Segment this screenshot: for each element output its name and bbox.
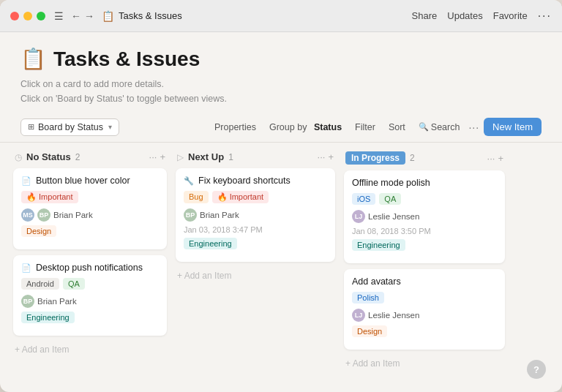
titlebar-title: Tasks & Issues: [119, 10, 412, 21]
assignee-name: Brian Park: [37, 297, 77, 306]
tag-important: 🔥 Important: [21, 191, 78, 203]
assignee-name: Leslie Jensen: [368, 311, 419, 320]
column-header-in-progress: In Progress 2 ··· +: [344, 151, 505, 165]
filter-button[interactable]: Filter: [351, 119, 380, 135]
column-add-icon[interactable]: +: [160, 151, 165, 162]
card-title: 📄 Desktop push notifications: [21, 263, 159, 273]
card-push-notifications[interactable]: 📄 Desktop push notifications Android QA …: [13, 255, 167, 336]
assignees: LJ Leslie Jensen: [352, 309, 497, 322]
card-button-hover[interactable]: 📄 Button blue hover color 🔥 Important MS…: [13, 168, 167, 249]
tag-android: Android: [21, 278, 59, 290]
next-up-icon: ▷: [177, 152, 184, 162]
card-date: Jan 03, 2018 3:47 PM: [184, 225, 327, 234]
card-offline-mode[interactable]: Offline mode polish iOS QA LJ Leslie Jen…: [344, 170, 505, 263]
card-tags: 🔥 Important: [21, 191, 159, 203]
view-selector-label: Board by Status: [38, 122, 103, 132]
close-button[interactable]: [10, 12, 19, 20]
card-title: Offline mode polish: [352, 178, 497, 188]
column-count: 2: [75, 152, 80, 162]
assignee-name: Brian Park: [53, 211, 93, 219]
favorite-button[interactable]: Favorite: [493, 10, 528, 21]
column-add-icon[interactable]: +: [328, 151, 334, 162]
card-title: 🔧 Fix keyboard shortcuts: [184, 176, 327, 186]
view-selector[interactable]: ⊞ Board by Status ▾: [20, 118, 119, 136]
column-in-progress: In Progress 2 ··· + Offline mode polish: [344, 151, 505, 372]
search-icon: 🔍: [419, 122, 429, 132]
share-button[interactable]: Share: [412, 10, 438, 21]
card-extra-tags: Engineering: [21, 312, 159, 323]
add-item-button[interactable]: + Add an Item: [13, 342, 167, 358]
add-item-button[interactable]: + Add an Item: [176, 268, 335, 284]
page-header: 📋 Tasks & Issues Click on a card to add …: [0, 32, 562, 112]
card-tags: iOS QA: [352, 193, 497, 205]
avatar-brian-park: BP: [184, 208, 197, 222]
card-doc-icon: 📄: [21, 263, 31, 273]
column-title: Next Up: [188, 151, 224, 162]
tag-important: 🔥 Important: [212, 191, 269, 203]
card-tags: Polish: [352, 292, 497, 304]
tag-design: Design: [21, 225, 56, 237]
board: ◷ No Status 2 ··· + 📄 Button blue hover …: [0, 143, 562, 380]
app-window: ☰ ← → 📋 Tasks & Issues Share Updates Fav…: [0, 0, 562, 392]
card-extra-tags: Design: [352, 325, 497, 337]
page-title: Tasks & Issues: [53, 48, 200, 71]
add-item-button[interactable]: + Add an Item: [344, 355, 505, 372]
toolbar: ⊞ Board by Status ▾ Properties Group by …: [0, 112, 562, 143]
card-add-avatars[interactable]: Add avatars Polish LJ Leslie Jensen Desi…: [344, 269, 505, 350]
card-keyboard-shortcuts[interactable]: 🔧 Fix keyboard shortcuts Bug 🔥 Important…: [176, 168, 335, 262]
updates-button[interactable]: Updates: [447, 10, 482, 21]
card-wrench-icon: 🔧: [184, 176, 194, 186]
column-count: 2: [410, 153, 415, 163]
no-status-icon: ◷: [15, 152, 22, 162]
column-more-icon[interactable]: ···: [487, 153, 495, 164]
column-more-icon[interactable]: ···: [318, 151, 326, 162]
column-title: In Progress: [345, 151, 405, 165]
assignees: MS BP Brian Park: [21, 208, 159, 222]
card-doc-icon: 📄: [21, 176, 31, 186]
nav-arrows: ← →: [71, 10, 94, 22]
toolbar-more-icon[interactable]: ···: [468, 121, 479, 133]
column-next-up: ▷ Next Up 1 ··· + 🔧 Fix keyboard shortcu…: [176, 151, 335, 284]
assignees: LJ Leslie Jensen: [352, 210, 497, 223]
tag-qa: QA: [63, 278, 85, 290]
avatar-leslie-jensen: LJ: [352, 210, 365, 223]
properties-button[interactable]: Properties: [210, 119, 261, 135]
tag-design: Design: [352, 325, 387, 337]
card-title: Add avatars: [352, 276, 497, 287]
view-selector-icon: ⊞: [28, 122, 34, 132]
avatar-brian-park: BP: [37, 208, 50, 222]
back-arrow-icon[interactable]: ←: [71, 10, 81, 22]
sort-button[interactable]: Sort: [384, 119, 410, 135]
avatar-mike-shafer: MS: [21, 208, 34, 222]
help-button[interactable]: ?: [527, 360, 546, 379]
menu-icon[interactable]: ☰: [54, 10, 64, 22]
group-by-button[interactable]: Group by Status: [265, 119, 346, 135]
card-tags: Bug 🔥 Important: [184, 191, 327, 203]
column-more-icon[interactable]: ···: [149, 151, 157, 162]
assignee-name: Leslie Jensen: [368, 212, 419, 221]
tag-qa: QA: [379, 193, 401, 205]
card-date: Jan 08, 2018 3:50 PM: [352, 227, 497, 235]
page-icon: 📋: [20, 47, 46, 71]
board-wrapper: ◷ No Status 2 ··· + 📄 Button blue hover …: [0, 143, 562, 392]
forward-arrow-icon[interactable]: →: [84, 10, 94, 22]
minimize-button[interactable]: [23, 12, 32, 20]
titlebar-actions: Share Updates Favorite ···: [412, 10, 552, 23]
column-add-icon[interactable]: +: [498, 153, 503, 164]
column-no-status: ◷ No Status 2 ··· + 📄 Button blue hover …: [13, 151, 167, 358]
card-tags: Android QA: [21, 278, 159, 290]
avatar-leslie-jensen: LJ: [352, 309, 365, 322]
assignee-name: Brian Park: [200, 211, 239, 219]
new-item-button[interactable]: New Item: [484, 118, 542, 136]
assignees: BP Brian Park: [21, 295, 159, 308]
search-button[interactable]: 🔍 Search: [414, 119, 465, 135]
titlebar: ☰ ← → 📋 Tasks & Issues Share Updates Fav…: [0, 0, 562, 32]
chevron-down-icon: ▾: [108, 123, 112, 131]
card-title: 📄 Button blue hover color: [21, 176, 159, 186]
page-title-row: 📋 Tasks & Issues: [20, 47, 542, 71]
page-description: Click on a card to add more details. Cli…: [20, 77, 542, 106]
tag-ios: iOS: [352, 193, 375, 205]
maximize-button[interactable]: [37, 12, 45, 20]
page-icon-small: 📋: [102, 10, 114, 22]
more-options-icon[interactable]: ···: [538, 10, 552, 23]
